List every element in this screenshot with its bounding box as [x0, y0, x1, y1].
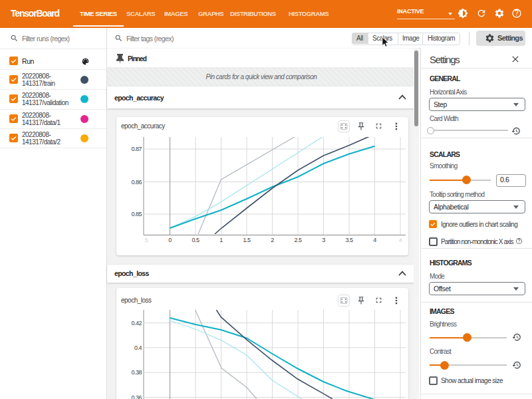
- svg-text:0.36: 0.36: [131, 394, 142, 399]
- svg-text:0.5: 0.5: [192, 237, 200, 243]
- svg-text:0.86: 0.86: [131, 179, 142, 186]
- svg-text:0.85: 0.85: [131, 211, 142, 217]
- svg-text:0: 0: [168, 237, 172, 243]
- svg-text:3.5: 3.5: [345, 237, 353, 243]
- svg-text:4: 4: [373, 237, 376, 243]
- svg-text:3: 3: [322, 237, 325, 243]
- svg-text:0.87: 0.87: [131, 146, 142, 152]
- svg-text:0.42: 0.42: [131, 320, 142, 327]
- svg-text:0.4: 0.4: [134, 344, 142, 351]
- svg-text:5: 5: [145, 237, 148, 243]
- svg-text:1: 1: [219, 237, 223, 243]
- svg-text:0.38: 0.38: [131, 369, 142, 376]
- svg-text:2.5: 2.5: [294, 237, 302, 243]
- svg-text:1.5: 1.5: [243, 237, 251, 243]
- svg-text:2: 2: [271, 237, 274, 243]
- svg-text:4: 4: [399, 237, 402, 243]
